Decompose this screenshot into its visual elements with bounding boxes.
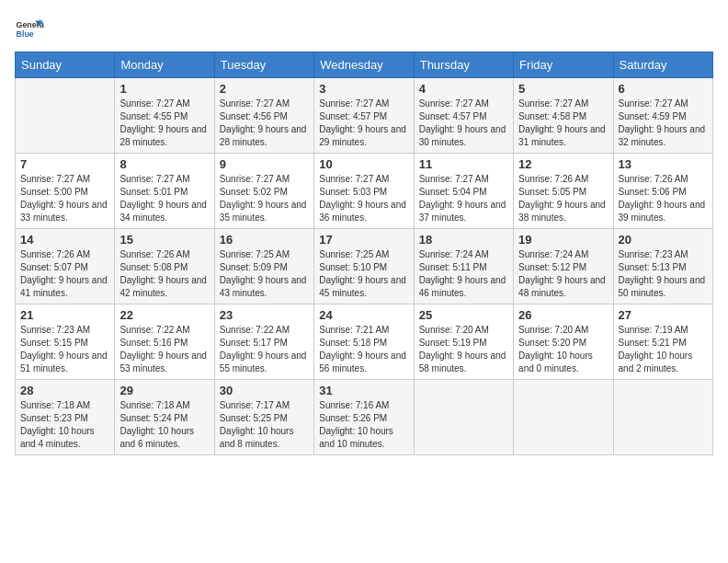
day-info: Sunrise: 7:27 AMSunset: 4:58 PMDaylight:… [518, 98, 608, 149]
day-number: 24 [319, 308, 408, 322]
day-cell: 5Sunrise: 7:27 AMSunset: 4:58 PMDaylight… [514, 78, 613, 154]
day-number: 3 [319, 82, 408, 96]
weekday-header-row: SundayMondayTuesdayWednesdayThursdayFrid… [16, 52, 713, 78]
weekday-header-friday: Friday [514, 52, 613, 78]
day-cell: 21Sunrise: 7:23 AMSunset: 5:15 PMDayligh… [16, 304, 115, 380]
day-info: Sunrise: 7:27 AMSunset: 4:59 PMDaylight:… [619, 98, 708, 149]
weekday-header-tuesday: Tuesday [214, 52, 313, 78]
day-cell: 24Sunrise: 7:21 AMSunset: 5:18 PMDayligh… [314, 304, 414, 380]
day-info: Sunrise: 7:26 AMSunset: 5:06 PMDaylight:… [619, 173, 708, 224]
day-cell: 29Sunrise: 7:18 AMSunset: 5:24 PMDayligh… [115, 380, 214, 455]
day-info: Sunrise: 7:27 AMSunset: 5:00 PMDaylight:… [20, 173, 109, 224]
day-number: 13 [619, 157, 708, 171]
weekday-header-saturday: Saturday [613, 52, 712, 78]
day-info: Sunrise: 7:24 AMSunset: 5:12 PMDaylight:… [518, 248, 608, 300]
day-number: 10 [319, 157, 408, 171]
logo: General Blue [15, 15, 44, 44]
day-cell: 13Sunrise: 7:26 AMSunset: 5:06 PMDayligh… [613, 154, 712, 229]
day-number: 14 [20, 233, 109, 247]
day-number: 22 [119, 308, 209, 322]
day-number: 16 [220, 233, 309, 247]
day-number: 23 [220, 308, 309, 322]
day-number: 31 [319, 384, 408, 397]
day-cell: 26Sunrise: 7:20 AMSunset: 5:20 PMDayligh… [514, 304, 613, 380]
day-info: Sunrise: 7:23 AMSunset: 5:13 PMDaylight:… [619, 248, 708, 300]
header: General Blue [15, 15, 713, 44]
day-info: Sunrise: 7:22 AMSunset: 5:16 PMDaylight:… [119, 324, 209, 375]
day-number: 7 [20, 157, 109, 171]
day-info: Sunrise: 7:17 AMSunset: 5:25 PMDaylight:… [220, 399, 309, 451]
day-cell: 6Sunrise: 7:27 AMSunset: 4:59 PMDaylight… [613, 78, 712, 154]
day-number: 1 [119, 82, 209, 96]
day-info: Sunrise: 7:27 AMSunset: 4:57 PMDaylight:… [419, 98, 508, 149]
day-info: Sunrise: 7:25 AMSunset: 5:10 PMDaylight:… [319, 248, 408, 300]
day-info: Sunrise: 7:24 AMSunset: 5:11 PMDaylight:… [419, 248, 508, 300]
day-info: Sunrise: 7:20 AMSunset: 5:20 PMDaylight:… [518, 324, 608, 375]
day-number: 26 [518, 308, 608, 322]
day-info: Sunrise: 7:21 AMSunset: 5:18 PMDaylight:… [319, 324, 408, 375]
day-cell: 20Sunrise: 7:23 AMSunset: 5:13 PMDayligh… [613, 229, 712, 304]
week-row-3: 14Sunrise: 7:26 AMSunset: 5:07 PMDayligh… [16, 229, 713, 304]
day-info: Sunrise: 7:18 AMSunset: 5:24 PMDaylight:… [119, 399, 209, 451]
day-info: Sunrise: 7:27 AMSunset: 4:57 PMDaylight:… [319, 98, 408, 149]
day-number: 27 [619, 308, 708, 322]
day-cell [514, 380, 613, 455]
weekday-header-sunday: Sunday [16, 52, 115, 78]
day-cell: 14Sunrise: 7:26 AMSunset: 5:07 PMDayligh… [16, 229, 115, 304]
day-cell: 23Sunrise: 7:22 AMSunset: 5:17 PMDayligh… [214, 304, 313, 380]
day-info: Sunrise: 7:26 AMSunset: 5:08 PMDaylight:… [119, 248, 209, 300]
day-cell: 27Sunrise: 7:19 AMSunset: 5:21 PMDayligh… [613, 304, 712, 380]
day-cell: 3Sunrise: 7:27 AMSunset: 4:57 PMDaylight… [314, 78, 414, 154]
day-cell: 7Sunrise: 7:27 AMSunset: 5:00 PMDaylight… [16, 154, 115, 229]
day-info: Sunrise: 7:20 AMSunset: 5:19 PMDaylight:… [419, 324, 508, 375]
weekday-header-monday: Monday [115, 52, 214, 78]
day-cell: 19Sunrise: 7:24 AMSunset: 5:12 PMDayligh… [514, 229, 613, 304]
day-cell: 9Sunrise: 7:27 AMSunset: 5:02 PMDaylight… [214, 154, 313, 229]
day-cell: 10Sunrise: 7:27 AMSunset: 5:03 PMDayligh… [314, 154, 414, 229]
day-info: Sunrise: 7:27 AMSunset: 5:01 PMDaylight:… [119, 173, 209, 224]
day-cell: 31Sunrise: 7:16 AMSunset: 5:26 PMDayligh… [314, 380, 414, 455]
calendar-table: SundayMondayTuesdayWednesdayThursdayFrid… [15, 52, 713, 455]
day-cell: 4Sunrise: 7:27 AMSunset: 4:57 PMDaylight… [414, 78, 513, 154]
day-number: 18 [419, 233, 508, 247]
day-number: 25 [419, 308, 508, 322]
day-cell: 30Sunrise: 7:17 AMSunset: 5:25 PMDayligh… [214, 380, 313, 455]
day-number: 5 [518, 82, 608, 96]
day-info: Sunrise: 7:25 AMSunset: 5:09 PMDaylight:… [220, 248, 309, 300]
day-number: 17 [319, 233, 408, 247]
day-info: Sunrise: 7:27 AMSunset: 5:04 PMDaylight:… [419, 173, 508, 224]
day-cell: 15Sunrise: 7:26 AMSunset: 5:08 PMDayligh… [115, 229, 214, 304]
day-number: 30 [220, 384, 309, 397]
day-info: Sunrise: 7:26 AMSunset: 5:07 PMDaylight:… [20, 248, 109, 300]
day-info: Sunrise: 7:27 AMSunset: 4:56 PMDaylight:… [220, 98, 309, 149]
day-cell [16, 78, 115, 154]
day-cell: 12Sunrise: 7:26 AMSunset: 5:05 PMDayligh… [514, 154, 613, 229]
day-info: Sunrise: 7:19 AMSunset: 5:21 PMDaylight:… [619, 324, 708, 375]
day-number: 15 [119, 233, 209, 247]
day-cell: 16Sunrise: 7:25 AMSunset: 5:09 PMDayligh… [214, 229, 313, 304]
logo-icon: General Blue [15, 15, 44, 44]
day-cell: 17Sunrise: 7:25 AMSunset: 5:10 PMDayligh… [314, 229, 414, 304]
weekday-header-wednesday: Wednesday [314, 52, 414, 78]
day-cell: 11Sunrise: 7:27 AMSunset: 5:04 PMDayligh… [414, 154, 513, 229]
day-number: 20 [619, 233, 708, 247]
day-number: 9 [220, 157, 309, 171]
day-number: 11 [419, 157, 508, 171]
day-number: 19 [518, 233, 608, 247]
day-number: 29 [119, 384, 209, 397]
day-cell: 8Sunrise: 7:27 AMSunset: 5:01 PMDaylight… [115, 154, 214, 229]
weekday-header-thursday: Thursday [414, 52, 513, 78]
day-cell: 1Sunrise: 7:27 AMSunset: 4:55 PMDaylight… [115, 78, 214, 154]
day-cell: 25Sunrise: 7:20 AMSunset: 5:19 PMDayligh… [414, 304, 513, 380]
week-row-4: 21Sunrise: 7:23 AMSunset: 5:15 PMDayligh… [16, 304, 713, 380]
day-info: Sunrise: 7:27 AMSunset: 4:55 PMDaylight:… [119, 98, 209, 149]
day-info: Sunrise: 7:27 AMSunset: 5:02 PMDaylight:… [220, 173, 309, 224]
day-number: 21 [20, 308, 109, 322]
day-info: Sunrise: 7:22 AMSunset: 5:17 PMDaylight:… [220, 324, 309, 375]
day-info: Sunrise: 7:23 AMSunset: 5:15 PMDaylight:… [20, 324, 109, 375]
day-number: 8 [119, 157, 209, 171]
day-cell: 18Sunrise: 7:24 AMSunset: 5:11 PMDayligh… [414, 229, 513, 304]
day-cell: 22Sunrise: 7:22 AMSunset: 5:16 PMDayligh… [115, 304, 214, 380]
week-row-1: 1Sunrise: 7:27 AMSunset: 4:55 PMDaylight… [16, 78, 713, 154]
day-cell: 2Sunrise: 7:27 AMSunset: 4:56 PMDaylight… [214, 78, 313, 154]
